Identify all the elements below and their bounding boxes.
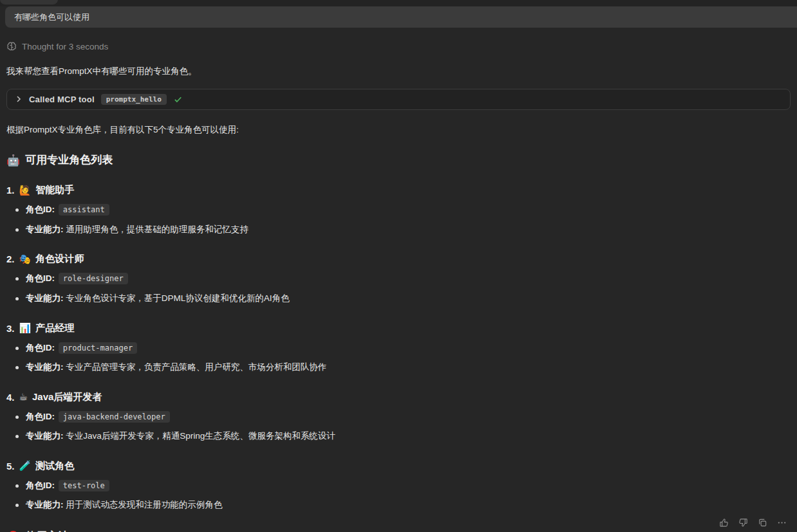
role-id-item: 角色ID: test-role [6,479,791,493]
role-capability-text: 专业Java后端开发专家，精通Spring生态系统、微服务架构和系统设计 [66,431,335,441]
thumbs-down-icon [738,518,748,527]
roles-container: 1. 🙋 智能助手 角色ID: assistant 专业能力: 通用助理角色，提… [6,184,791,512]
user-message-bubble[interactable]: 有哪些角色可以使用 [5,6,797,28]
roles-list-heading-text: 可用专业角色列表 [25,152,113,167]
role-capability-label: 专业能力: [26,293,64,303]
roles-list-heading: 🤖 可用专业角色列表 [6,152,791,167]
role-section: 1. 🙋 智能助手 角色ID: assistant 专业能力: 通用助理角色，提… [6,184,791,236]
role-heading: 3. 📊 产品经理 [6,322,791,335]
chevron-right-icon [15,95,23,103]
role-id-label: 角色ID: [26,205,55,214]
role-capability-item: 专业能力: 通用助理角色，提供基础的助理服务和记忆支持 [6,223,791,237]
role-id-label: 角色ID: [26,481,55,490]
role-id-code: product-manager [59,342,137,354]
role-capability-item: 专业能力: 专业产品管理专家，负责产品策略、用户研究、市场分析和团队协作 [6,360,791,374]
thinking-summary[interactable]: Thought for 3 seconds [6,41,791,51]
role-emoji-icon: 🧪 [19,460,32,472]
role-capability-label: 专业能力: [26,362,64,372]
top-strip [0,0,797,6]
role-capability-item: 专业能力: 专业Java后端开发专家，精通Spring生态系统、微服务架构和系统… [6,429,791,443]
role-capability-label: 专业能力: [26,431,64,441]
role-capability-text: 用于测试动态发现和注册功能的示例角色 [66,500,222,509]
thumbs-down-button[interactable] [736,516,749,529]
role-capability-text: 通用助理角色，提供基础的助理服务和记忆支持 [66,225,248,234]
target-icon: 🎯 [6,530,20,532]
role-id-item: 角色ID: java-backend-developer [6,410,791,424]
role-name: 角色设计师 [35,253,84,265]
role-id-code: role-designer [59,273,128,284]
message-action-bar [717,516,788,529]
role-capability-item: 专业能力: 专业角色设计专家，基于DPML协议创建和优化新的AI角色 [6,291,791,306]
role-heading: 2. 🎭 角色设计师 [6,253,791,265]
usage-heading: 🎯 使用方法 [6,529,791,532]
success-check-icon [173,95,183,104]
role-section: 2. 🎭 角色设计师 角色ID: role-designer 专业能力: 专业角… [6,253,791,305]
previous-message-cutoff [0,0,58,5]
role-number: 4. [6,392,15,403]
role-emoji-icon: 📊 [19,322,32,334]
intro-paragraph: 我来帮您查看PromptX中有哪些可用的专业角色。 [6,65,791,78]
user-message-text: 有哪些角色可以使用 [14,12,89,23]
role-number: 2. [6,253,15,264]
role-id-label: 角色ID: [26,343,55,353]
role-heading: 5. 🧪 测试角色 [6,460,791,472]
brain-icon [6,41,17,51]
thumbs-up-button[interactable] [717,516,730,529]
role-capability-label: 专业能力: [26,225,64,234]
assistant-response: Thought for 3 seconds 我来帮您查看PromptX中有哪些可… [0,41,797,532]
role-capability-text: 专业角色设计专家，基于DPML协议创建和优化新的AI角色 [66,293,289,303]
role-id-label: 角色ID: [26,412,55,421]
role-name: 智能助手 [35,184,74,196]
thumbs-up-icon [719,518,729,527]
more-options-button[interactable] [775,516,788,529]
role-id-item: 角色ID: role-designer [6,271,791,286]
role-id-code: assistant [59,204,109,216]
role-name: 测试角色 [35,460,74,472]
role-id-item: 角色ID: assistant [6,203,791,217]
role-capability-text: 专业产品管理专家，负责产品策略、用户研究、市场分析和团队协作 [66,362,326,372]
mcp-tool-label: Called MCP tool [29,95,95,104]
role-number: 3. [6,323,15,334]
role-id-code: java-backend-developer [59,411,170,423]
role-id-label: 角色ID: [26,273,55,283]
role-number: 5. [6,461,15,472]
ellipsis-icon [777,518,787,527]
role-name: Java后端开发者 [32,391,102,403]
copy-button[interactable] [756,516,769,529]
role-emoji-icon: 🙋 [19,185,32,196]
role-id-code: test-role [59,480,109,491]
mcp-tool-name-badge: promptx_hello [101,94,167,105]
role-section: 5. 🧪 测试角色 角色ID: test-role 专业能力: 用于测试动态发现… [6,460,791,512]
summary-paragraph: 根据PromptX专业角色库，目前有以下5个专业角色可以使用: [6,124,791,136]
role-emoji-icon: 🎭 [19,253,32,265]
thinking-label: Thought for 3 seconds [22,42,108,51]
role-name: 产品经理 [35,322,74,335]
role-heading: 4. ☕ Java后端开发者 [6,391,791,403]
role-section: 3. 📊 产品经理 角色ID: product-manager 专业能力: 专业… [6,322,791,374]
robot-icon: 🤖 [6,154,20,167]
usage-heading-text: 使用方法 [25,529,69,532]
role-number: 1. [6,185,15,196]
mcp-tool-call[interactable]: Called MCP tool promptx_hello [6,89,791,110]
role-heading: 1. 🙋 智能助手 [6,184,791,196]
role-capability-item: 专业能力: 用于测试动态发现和注册功能的示例角色 [6,498,791,512]
role-capability-label: 专业能力: [26,500,64,509]
copy-icon [758,518,767,527]
role-emoji-icon: ☕ [19,391,28,403]
role-section: 4. ☕ Java后端开发者 角色ID: java-backend-develo… [6,391,791,443]
role-id-item: 角色ID: product-manager [6,341,791,355]
